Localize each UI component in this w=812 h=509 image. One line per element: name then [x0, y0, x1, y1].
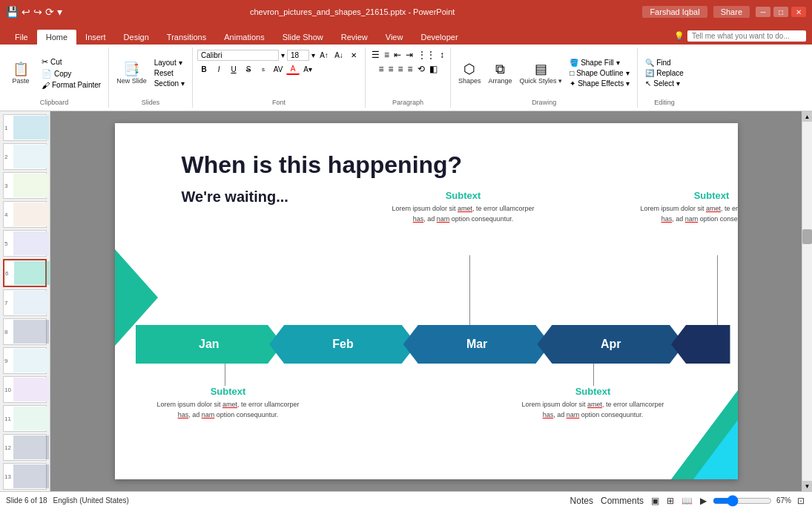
timeline-row: Jan Feb Mar Apr — [136, 325, 730, 364]
scroll-up-button[interactable]: ▲ — [802, 111, 812, 122]
undo-icon[interactable]: ↩ — [22, 6, 30, 18]
slide-thumb-6[interactable]: 6 — [3, 259, 47, 287]
quick-styles-button[interactable]: ▤ Quick Styles ▾ — [517, 61, 566, 86]
underline-button[interactable]: U — [227, 63, 240, 75]
slide-thumb-1[interactable]: 1 — [3, 114, 47, 141]
line-spacing-button[interactable]: ↕ — [438, 49, 446, 61]
save-icon[interactable]: 💾 — [6, 6, 19, 18]
vertical-line-3 — [225, 364, 225, 386]
slide-title: When is this happening? — [182, 151, 463, 179]
fit-slide-button[interactable]: ⊡ — [796, 494, 806, 508]
justify-button[interactable]: ≡ — [406, 63, 415, 75]
redo-icon[interactable]: ↪ — [33, 6, 42, 18]
new-slide-button[interactable]: 📑 New Slide — [113, 61, 150, 86]
slide-thumb-13[interactable]: 13 — [3, 463, 47, 490]
slide-thumb-11[interactable]: 11 — [3, 405, 47, 432]
font-size-dropdown-arrow[interactable]: ▾ — [311, 50, 316, 60]
bold-button[interactable]: B — [197, 63, 211, 75]
paste-button[interactable]: 📋 Paste — [4, 61, 37, 86]
select-button[interactable]: ↖ Select ▾ — [642, 79, 687, 88]
tab-home[interactable]: Home — [37, 30, 76, 45]
italic-button[interactable]: I — [212, 63, 225, 75]
tab-view[interactable]: View — [377, 30, 412, 45]
align-left-button[interactable]: ≡ — [377, 63, 386, 75]
close-button[interactable]: ✕ — [791, 7, 806, 17]
shape-effects-button[interactable]: ✦ Shape Effects ▾ — [567, 79, 633, 88]
char-spacing-button[interactable]: AV — [271, 63, 285, 75]
slide-thumb-12[interactable]: 12 — [3, 434, 47, 461]
tab-insert[interactable]: Insert — [76, 30, 115, 45]
slide[interactable]: When is this happening? We're waiting...… — [115, 123, 738, 479]
slide-thumb-4[interactable]: 4 — [3, 201, 47, 228]
find-button[interactable]: 🔍 Find — [642, 58, 687, 68]
columns-button[interactable]: ⋮⋮ — [416, 49, 437, 61]
align-right-button[interactable]: ≡ — [397, 63, 405, 75]
highlight-button[interactable]: A▾ — [301, 63, 314, 75]
scroll-down-button[interactable]: ▼ — [802, 481, 812, 491]
slideshow-button[interactable]: ▶ — [699, 494, 708, 508]
window-controls[interactable]: ─ □ ✕ — [756, 7, 806, 17]
replace-button[interactable]: 🔄 Replace — [642, 68, 687, 78]
minimize-button[interactable]: ─ — [756, 7, 770, 17]
tab-developer[interactable]: Developer — [412, 30, 466, 45]
select-icon: ↖ — [645, 79, 651, 88]
auto-save-icon[interactable]: ⟳ — [45, 6, 54, 18]
slide-thumb-7[interactable]: 7 — [3, 289, 47, 316]
slides-label: Slides — [113, 97, 188, 106]
shadow-button[interactable]: s — [257, 63, 270, 75]
drawing-label: Drawing — [455, 97, 633, 106]
shapes-button[interactable]: ⬡ Shapes — [455, 61, 484, 86]
custom-icon[interactable]: ▾ — [57, 6, 62, 18]
section-button[interactable]: Section ▾ — [151, 79, 188, 88]
shape-fill-button[interactable]: 🪣 Shape Fill ▾ — [567, 58, 633, 68]
font-name-input[interactable] — [197, 50, 279, 61]
decrease-indent-button[interactable]: ⇤ — [392, 49, 403, 61]
slide-sorter-button[interactable]: ⊞ — [665, 494, 676, 508]
clear-format-button[interactable]: ✕ — [347, 49, 360, 61]
comments-button[interactable]: Comments — [599, 494, 645, 508]
scroll-thumb[interactable] — [802, 229, 812, 244]
align-center-button[interactable]: ≡ — [387, 63, 395, 75]
format-painter-button[interactable]: 🖌 Format Painter — [39, 80, 104, 91]
quick-access-toolbar[interactable]: 💾 ↩ ↪ ⟳ ▾ — [6, 6, 62, 18]
strikethrough-button[interactable]: S — [242, 63, 255, 75]
reset-button[interactable]: Reset — [151, 68, 188, 78]
tab-animations[interactable]: Animations — [215, 30, 273, 45]
increase-indent-button[interactable]: ⇥ — [404, 49, 415, 61]
bullets-button[interactable]: ☰ — [370, 49, 381, 61]
tab-review[interactable]: Review — [332, 30, 377, 45]
layout-button[interactable]: Layout ▾ — [151, 58, 188, 68]
slide-thumb-2[interactable]: 2 — [3, 143, 47, 170]
font-dropdown-arrow[interactable]: ▾ — [280, 50, 285, 60]
font-size-input[interactable] — [287, 50, 309, 61]
tab-transitions[interactable]: Transitions — [158, 30, 215, 45]
zoom-slider[interactable] — [713, 495, 772, 507]
notes-button[interactable]: Notes — [569, 494, 595, 508]
slide-thumb-9[interactable]: 9 — [3, 347, 47, 374]
copy-icon: 📄 — [42, 69, 52, 79]
tab-design[interactable]: Design — [115, 30, 158, 45]
copy-button[interactable]: 📄 Copy — [39, 68, 104, 79]
slide-thumb-8[interactable]: 8 — [3, 318, 47, 345]
shape-outline-button[interactable]: □ Shape Outline ▾ — [567, 68, 633, 78]
text-direction-button[interactable]: ⟲ — [416, 63, 426, 75]
decrease-font-button[interactable]: A↓ — [332, 49, 346, 61]
tell-me-input[interactable] — [687, 30, 806, 42]
slide-thumb-10[interactable]: 10 — [3, 376, 47, 403]
maximize-button[interactable]: □ — [773, 7, 788, 17]
increase-font-button[interactable]: A↑ — [317, 49, 331, 61]
font-color-button[interactable]: A — [286, 63, 300, 75]
numbered-list-button[interactable]: ≡ — [383, 49, 391, 61]
cut-button[interactable]: ✂ Cut — [39, 56, 104, 68]
chevron-feb: Feb — [269, 325, 417, 364]
arrange-button[interactable]: ⧉ Arrange — [486, 61, 515, 86]
user-account[interactable]: Farshad Iqbal — [642, 6, 707, 18]
slide-thumb-3[interactable]: 3 — [3, 172, 47, 199]
slide-thumb-5[interactable]: 5 — [3, 230, 47, 257]
smart-art-button[interactable]: ◧ — [428, 63, 439, 75]
share-button[interactable]: Share — [713, 6, 750, 18]
tab-file[interactable]: File — [6, 30, 37, 45]
reading-view-button[interactable]: 📖 — [680, 494, 694, 508]
normal-view-button[interactable]: ▣ — [650, 494, 661, 508]
tab-slideshow[interactable]: Slide Show — [274, 30, 332, 45]
